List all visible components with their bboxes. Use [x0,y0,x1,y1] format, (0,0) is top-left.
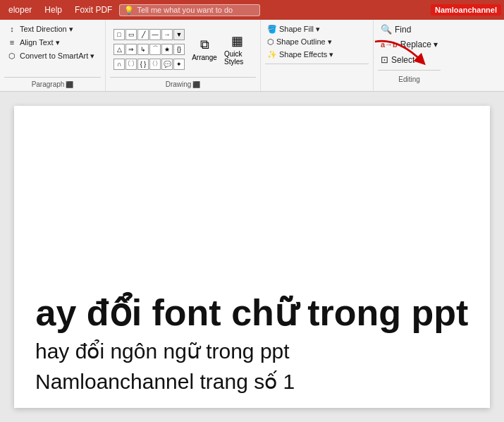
align-text-button[interactable]: ≡ Align Text ▾ [4,36,62,49]
shape-brace[interactable]: { } [137,59,149,70]
menu-developer[interactable]: eloper [3,4,37,16]
ribbon-bar: eloper Help Foxit PDF 💡 Tell me what you… [0,0,504,92]
menu-search-box[interactable]: 💡 Tell me what you want to do [119,4,260,16]
convert-smartart-button[interactable]: ⬡ Convert to SmartArt ▾ [4,49,97,62]
find-button[interactable]: 🔍 Find [378,23,441,36]
shape-outline-icon: ⬡ [267,37,274,47]
shape-arc[interactable]: ∩ [113,59,125,70]
shapes-section: □ ▭ ╱ — → ▼ △ ⇒ ↳ ⌒ ★ {} [113,23,185,76]
slide-area: ay đổi font chữ trong ppt hay đổi ngôn n… [0,92,504,422]
shapes-row-3: ∩ 〔〕 { } 〈〉 💬 ✦ [113,57,185,71]
slide-title: ay đổi font chữ trong ppt [35,293,469,333]
shape-callout[interactable]: 💬 [161,59,173,70]
shape-options-group: 🪣 Shape Fill ▾ ⬡ Shape Outline ▾ ✨ Shape… [261,20,374,91]
paragraph-group: ↕ Text Direction ▾ ≡ Align Text ▾ ⬡ Conv… [0,20,106,91]
shape-curved[interactable]: ⌒ [149,44,161,55]
shape-effects-button[interactable]: ✨ Shape Effects ▾ [265,49,369,60]
paragraph-divider [4,77,101,78]
menu-bar: eloper Help Foxit PDF 💡 Tell me what you… [0,0,504,20]
menu-foxit[interactable]: Foxit PDF [69,4,118,16]
paragraph-expand-icon: ⬛ [66,81,73,88]
arrange-button[interactable]: ⧉ Arrange [189,35,220,64]
drawing-label[interactable]: Drawing ⬛ [164,79,202,90]
drawing-divider [110,77,256,78]
search-icon: 💡 [124,6,134,15]
smartart-icon: ⬡ [6,50,18,61]
shape-curly[interactable]: 〈〉 [149,59,161,70]
shape-fill-button[interactable]: 🪣 Shape Fill ▾ [265,24,369,35]
shape-right-arrow[interactable]: ⇒ [125,44,137,55]
big-buttons: ⧉ Arrange ▦ Quick Styles [186,23,252,76]
quick-styles-icon: ▦ [231,33,243,49]
shape-line1[interactable]: ╱ [137,29,149,40]
drawing-expand-icon: ⬛ [192,81,200,88]
menu-help[interactable]: Help [39,4,68,16]
shapes-row-2: △ ⇒ ↳ ⌒ ★ {} [113,42,185,56]
drawing-group: □ ▭ ╱ — → ▼ △ ⇒ ↳ ⌒ ★ {} [106,20,261,91]
brand-label: Namloanchannel [431,4,501,16]
paragraph-label[interactable]: Paragraph ⬛ [30,79,75,90]
arrange-icon: ⧉ [200,37,209,52]
editing-label[interactable]: Editing [378,74,441,85]
shape-star[interactable]: ★ [161,44,173,55]
shape-outline-button[interactable]: ⬡ Shape Outline ▾ [265,37,369,47]
shape-effects-icon: ✨ [267,50,277,59]
text-direction-icon: ↕ [6,23,18,35]
shape-bracket2[interactable]: 〔〕 [125,59,137,70]
paragraph-buttons: ↕ Text Direction ▾ ≡ Align Text ▾ ⬡ Conv… [4,23,101,76]
shape-bracket[interactable]: {} [173,44,185,55]
text-direction-button[interactable]: ↕ Text Direction ▾ [4,23,75,35]
quick-styles-button[interactable]: ▦ Quick Styles [221,30,252,68]
ribbon-content: ↕ Text Direction ▾ ≡ Align Text ▾ ⬡ Conv… [0,20,504,92]
slide-subtitle-1: hay đổi ngôn ngữ trong ppt [35,339,469,363]
editing-divider [378,70,441,71]
drawing-inner: □ ▭ ╱ — → ▼ △ ⇒ ↳ ⌒ ★ {} [113,23,252,76]
search-placeholder: Tell me what you want to do [137,6,233,14]
find-icon: 🔍 [381,24,392,35]
shape-line2[interactable]: — [149,29,161,40]
slide-content: ay đổi font chữ trong ppt hay đổi ngôn n… [14,106,490,408]
shape-rect[interactable]: □ [113,29,125,40]
slide-subtitle-2: Namloanchannel trang số 1 [35,369,469,394]
select-icon: ⊡ [381,54,388,65]
shape-bent[interactable]: ↳ [137,44,149,55]
editing-group: 🔍 Find a→b Replace ▾ ⊡ Select ▾ Editing [374,20,445,91]
window-controls: Namloanchannel [431,4,501,16]
shape-triangle[interactable]: △ [113,44,125,55]
replace-icon: a→b [381,40,398,49]
shape-options-divider [265,64,369,64]
shape-fill-icon: 🪣 [267,25,277,34]
shape-rounded-rect[interactable]: ▭ [125,29,137,40]
align-text-icon: ≡ [6,37,18,48]
shapes-row-1: □ ▭ ╱ — → ▼ [113,28,185,42]
replace-button[interactable]: a→b Replace ▾ [378,38,441,51]
shape-more[interactable]: ▼ [173,29,185,40]
shape-arrow[interactable]: → [161,29,173,40]
shape-custom[interactable]: ✦ [173,59,185,70]
select-button[interactable]: ⊡ Select ▾ [378,53,441,66]
